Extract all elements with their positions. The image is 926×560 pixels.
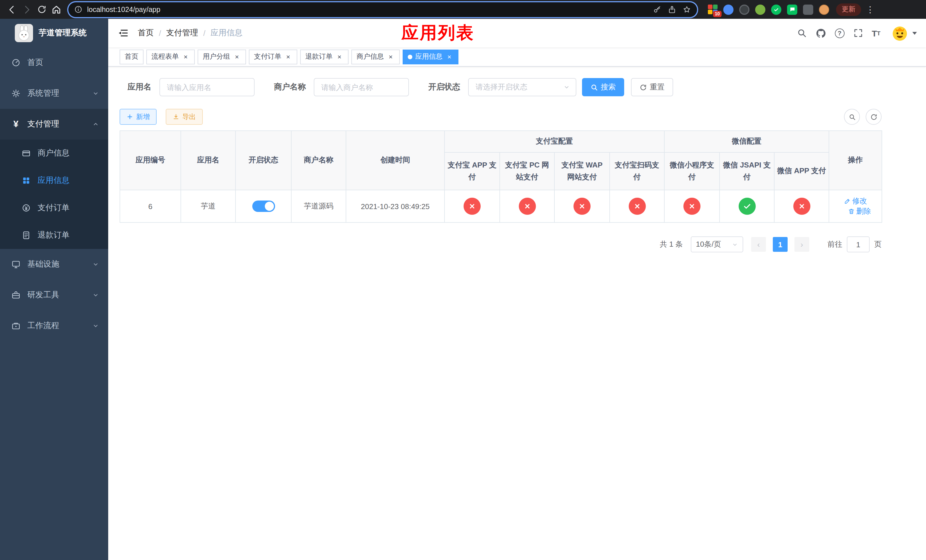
close-icon[interactable]: × [284,53,292,61]
fullscreen-icon[interactable] [853,28,863,38]
extension-puzzle-icon[interactable] [803,4,813,15]
github-icon[interactable] [815,28,826,38]
col-alipay-pc: 支付宝 PC 网站支付 [500,152,554,190]
sidebar-item-workflow[interactable]: 工作流程 [0,310,108,341]
tab-process-form[interactable]: 流程表单 × [146,49,195,64]
app-name-input[interactable] [159,78,254,96]
help-icon[interactable]: ? [835,28,844,38]
extension-chat-icon[interactable] [787,4,797,15]
col-app-id: 应用编号 [120,131,181,190]
status-select[interactable]: 请选择开启状态 [468,78,576,96]
search-button[interactable]: 搜索 [582,78,624,96]
col-app-name: 应用名 [181,131,236,190]
browser-forward-button[interactable] [20,2,34,17]
col-status: 开启状态 [236,131,291,190]
breadcrumb-separator: / [203,29,206,38]
chevron-down-icon [732,241,738,248]
extension-dark-icon[interactable] [739,4,749,15]
total-count: 共 1 条 [660,239,683,250]
tab-merchant-info[interactable]: 商户信息 × [351,49,400,64]
col-group-alipay: 支付宝配置 [445,131,664,152]
enable-switch[interactable] [252,201,275,212]
hamburger-icon[interactable] [117,27,129,39]
sidebar-item-merchant-info[interactable]: 商户信息 [0,139,108,167]
extension-blue-icon[interactable] [723,4,734,15]
sidebar-item-app-info[interactable]: 应用信息 [0,167,108,194]
browser-home-button[interactable] [49,2,64,17]
app-logo[interactable]: 芋道管理系统 [0,19,108,47]
close-icon[interactable]: × [233,53,241,61]
extension-green-check-icon[interactable] [771,4,781,15]
gear-icon [11,89,21,98]
col-merchant: 商户名称 [291,131,346,190]
reset-button[interactable]: 重置 [631,78,673,96]
search-form: 应用名 商户名称 开启状态 请选择开启状态 [120,78,882,96]
edit-button[interactable]: 修改 [844,196,867,206]
credit-card-icon [22,149,31,158]
browser-update-button[interactable]: 更新 [836,3,861,16]
password-key-icon[interactable] [653,5,662,14]
prev-page-button[interactable]: ‹ [751,237,766,252]
share-icon[interactable] [667,5,676,14]
yen-icon: ¥ [11,120,21,129]
close-icon[interactable]: × [336,53,343,61]
goto-page-input[interactable] [847,236,870,252]
tab-app-info[interactable]: 应用信息 × [402,49,458,64]
search-icon[interactable] [796,28,807,38]
sidebar-item-payment-orders[interactable]: 支付订单 [0,194,108,222]
tab-home[interactable]: 首页 [120,49,144,64]
sidebar-item-system[interactable]: 系统管理 [0,78,108,109]
font-size-icon[interactable]: TT [872,28,881,38]
col-create-time: 创建时间 [346,131,445,190]
col-wechat-jsapi: 微信 JSAPI 支付 [720,152,774,190]
merchant-name-input[interactable] [314,78,409,96]
sidebar-item-payment[interactable]: ¥ 支付管理 [0,109,108,139]
sidebar: 芋道管理系统 首页 系统管理 ¥ 支付管理 [0,19,108,560]
app-table: 应用编号 应用名 开启状态 商户名称 创建时间 支付宝配置 微信配置 操作 支付… [120,130,882,223]
close-icon[interactable]: × [182,53,190,61]
next-page-button[interactable]: › [794,237,809,252]
bookmark-star-icon[interactable] [682,5,691,14]
profile-avatar-icon[interactable] [819,4,829,15]
sidebar-item-refund-orders[interactable]: 退款订单 [0,222,108,249]
breadcrumb-payment[interactable]: 支付管理 [166,28,198,38]
export-button[interactable]: 导出 [166,109,203,125]
extension-grid-icon[interactable]: 10 [707,4,717,15]
extension-badge: 10 [713,11,722,17]
page-info-icon[interactable] [74,5,83,14]
address-bar[interactable]: localhost:1024/pay/app [68,2,697,17]
chevron-down-icon [92,292,99,298]
browser-back-button[interactable] [5,2,20,17]
user-menu[interactable] [891,24,917,42]
delete-button[interactable]: 删除 [848,206,871,216]
sidebar-item-infrastructure[interactable]: 基础设施 [0,249,108,280]
page-size-select[interactable]: 10条/页 [691,236,743,252]
tab-refund-orders[interactable]: 退款订单 × [300,49,348,64]
browser-menu-icon[interactable]: ⋮ [865,4,875,15]
extension-avatar-icon[interactable] [755,4,766,15]
sidebar-item-dev-tools[interactable]: 研发工具 [0,280,108,310]
toolbox-icon [11,291,21,300]
close-icon[interactable]: × [445,53,453,61]
col-wechat-mini: 微信小程序支付 [664,152,720,190]
col-alipay-qr: 支付宝扫码支付 [610,152,664,190]
col-wechat-app: 微信 APP 支付 [774,152,829,190]
pencil-icon [844,198,850,204]
toggle-search-button[interactable] [844,109,860,125]
refresh-table-button[interactable] [865,109,882,125]
col-actions: 操作 [829,131,882,190]
chevron-down-icon [92,90,99,97]
url-text[interactable]: localhost:1024/pay/app [87,5,647,14]
search-icon [590,83,598,91]
current-page-button[interactable]: 1 [773,237,788,252]
sidebar-item-home[interactable]: 首页 [0,47,108,78]
browser-refresh-button[interactable] [34,2,49,17]
download-icon [172,114,179,120]
dashboard-icon [11,58,21,67]
tab-payment-orders[interactable]: 支付订单 × [249,49,297,64]
breadcrumb-home[interactable]: 首页 [138,28,154,38]
tab-user-group[interactable]: 用户分组 × [198,49,246,64]
breadcrumb: 首页 / 支付管理 / 应用信息 [138,28,243,38]
close-icon[interactable]: × [387,53,395,61]
add-button[interactable]: 新增 [120,109,157,125]
